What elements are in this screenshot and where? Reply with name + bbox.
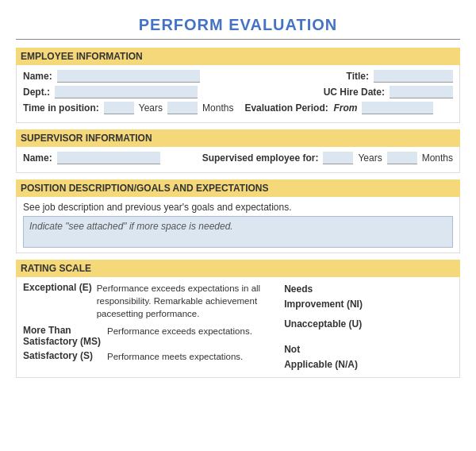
- rating-s-desc: Performance meets expectations.: [107, 350, 243, 363]
- rating-item-s: Satisfactory (S) Performance meets expec…: [23, 350, 276, 363]
- page: PERFORM EVALUATION EMPLOYEE INFORMATION …: [0, 0, 476, 400]
- time-eval-row: Time in position: Years Months Evaluatio…: [23, 102, 453, 114]
- supervised-years-input[interactable]: [323, 152, 353, 164]
- employee-info-body: Name: Title: Dept.: UC Hire Date: Time i…: [16, 65, 460, 123]
- name-label: Name:: [23, 71, 52, 82]
- time-label: Time in position:: [23, 102, 99, 114]
- uc-hire-date-label: UC Hire Date:: [324, 87, 385, 98]
- years-input[interactable]: [104, 102, 134, 114]
- rating-ni: NeedsImprovement (NI): [284, 282, 453, 312]
- employee-info-section: EMPLOYEE INFORMATION Name: Title: Dept.:…: [16, 48, 460, 123]
- rating-left-col: Exceptional (E) Performance exceeds expe…: [23, 282, 276, 372]
- rating-scale-section: RATING SCALE Exceptional (E) Performance…: [16, 260, 460, 378]
- uc-hire-date-input[interactable]: [390, 86, 453, 98]
- supervised-years-text: Years: [358, 152, 382, 164]
- dept-hire-row: Dept.: UC Hire Date:: [23, 86, 453, 98]
- position-section: POSITION DESCRIPTION/GOALS AND EXPECTATI…: [16, 179, 460, 253]
- supervisor-name-input[interactable]: [57, 152, 160, 164]
- dept-label: Dept.:: [23, 87, 50, 98]
- supervisor-info-body: Name: Supervised employee for: Years Mon…: [16, 147, 460, 173]
- position-header: POSITION DESCRIPTION/GOALS AND EXPECTATI…: [16, 179, 460, 197]
- title-input[interactable]: [374, 70, 453, 83]
- rating-right-col: NeedsImprovement (NI) Unacceptable (U) N…: [284, 282, 453, 372]
- years-text: Years: [139, 102, 163, 114]
- title-divider: [16, 39, 460, 40]
- rating-exceptional-label: Exceptional (E): [23, 282, 92, 293]
- position-instruction1: See job description and previous year's …: [23, 202, 453, 213]
- title-label: Title:: [347, 71, 369, 82]
- rating-s-label: Satisfactory (S): [23, 350, 102, 361]
- position-body: See job description and previous year's …: [16, 197, 460, 253]
- rating-scale-header: RATING SCALE: [16, 260, 460, 277]
- rating-u: Unacceptable (U): [284, 317, 453, 332]
- eval-period-label: Evaluation Period: From: [244, 102, 357, 114]
- rating-na: NotApplicable (N/A): [284, 342, 453, 372]
- eval-from-input[interactable]: [362, 102, 433, 114]
- supervisor-info-header: SUPERVISOR INFORMATION: [16, 129, 460, 147]
- supervisor-row: Name: Supervised employee for: Years Mon…: [23, 152, 453, 164]
- position-instruction2[interactable]: Indicate "see attached" if more space is…: [23, 216, 453, 248]
- rating-item-ms: More ThanSatisfactory (MS) Performance e…: [23, 325, 276, 347]
- rating-ms-desc: Performance exceeds expectations.: [107, 325, 252, 337]
- dept-input[interactable]: [55, 86, 198, 98]
- rating-columns: Exceptional (E) Performance exceeds expe…: [23, 282, 453, 372]
- supervisor-name-label: Name:: [23, 152, 52, 164]
- rating-ms-label: More ThanSatisfactory (MS): [23, 325, 102, 347]
- rating-exceptional-desc: Performance exceeds expectations in all …: [97, 282, 277, 320]
- name-input[interactable]: [57, 70, 200, 83]
- months-text: Months: [202, 102, 233, 114]
- employee-info-header: EMPLOYEE INFORMATION: [16, 48, 460, 65]
- supervisor-info-section: SUPERVISOR INFORMATION Name: Supervised …: [16, 129, 460, 173]
- rating-scale-body: Exceptional (E) Performance exceeds expe…: [16, 277, 460, 378]
- name-title-row: Name: Title:: [23, 70, 453, 83]
- months-input[interactable]: [167, 102, 198, 114]
- supervised-months-text: Months: [422, 152, 453, 164]
- page-title: PERFORM EVALUATION: [16, 8, 460, 39]
- rating-item-exceptional: Exceptional (E) Performance exceeds expe…: [23, 282, 276, 320]
- supervised-months-input[interactable]: [387, 152, 417, 164]
- supervised-label: Supervised employee for:: [202, 152, 319, 164]
